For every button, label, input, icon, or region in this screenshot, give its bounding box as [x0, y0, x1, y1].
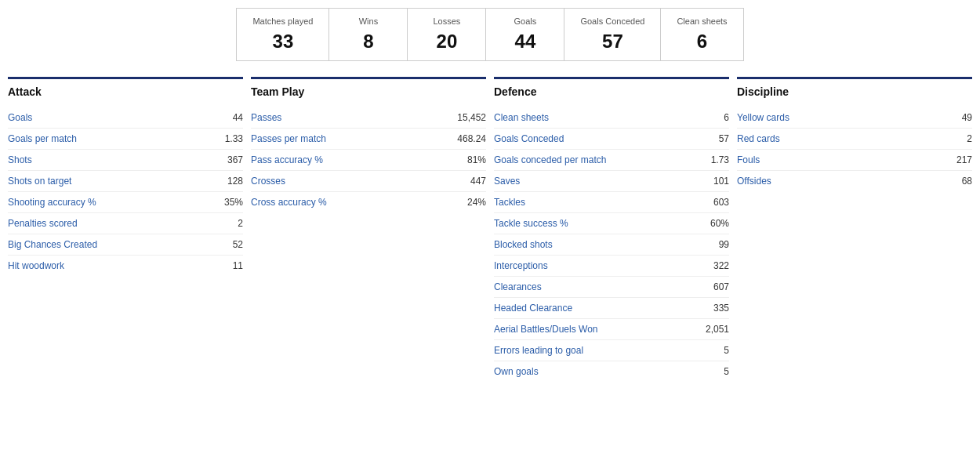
stat-label: Interceptions [494, 260, 548, 271]
stat-value: 335 [713, 303, 729, 314]
stat-label: Tackle success % [494, 218, 568, 229]
stat-row: Red cards2 [737, 129, 972, 150]
stat-row: Shots367 [8, 150, 243, 171]
stat-value: 52 [233, 239, 243, 250]
stat-value: 447 [470, 176, 486, 187]
stat-value: 6 [724, 112, 729, 123]
stat-label: Shots [8, 154, 32, 165]
summary-bar: Matches played 33 Wins 8 Losses 20 Goals… [236, 8, 743, 61]
stat-label: Red cards [737, 133, 780, 144]
stat-row: Goals per match1.33 [8, 129, 243, 150]
stat-label: Hit woodwork [8, 260, 64, 271]
stat-row: Passes15,452 [251, 107, 486, 129]
summary-label: Clean sheets [677, 16, 727, 26]
stat-label: Fouls [737, 154, 760, 165]
stats-section: Team PlayPasses15,452Passes per match468… [251, 77, 486, 382]
summary-item: Goals Conceded 57 [564, 9, 661, 60]
stat-value: 2,051 [706, 324, 729, 335]
stat-label: Blocked shots [494, 239, 553, 250]
summary-item: Goals 44 [486, 9, 564, 60]
stat-row: Goals Conceded57 [494, 129, 729, 150]
stat-value: 15,452 [457, 112, 486, 123]
stat-label: Saves [494, 176, 520, 187]
section-title: Attack [8, 85, 243, 98]
stats-section: DefenceClean sheets6Goals Conceded57Goal… [494, 77, 729, 382]
stat-label: Shooting accuracy % [8, 197, 96, 208]
stat-label: Goals per match [8, 133, 77, 144]
stat-row: Tackle success %60% [494, 213, 729, 234]
stat-row: Headed Clearance335 [494, 298, 729, 319]
stat-row: Clean sheets6 [494, 107, 729, 129]
stat-label: Cross accuracy % [251, 197, 327, 208]
summary-item: Losses 20 [408, 9, 486, 60]
stat-label: Goals [8, 112, 32, 123]
stat-label: Passes per match [251, 133, 326, 144]
summary-value: 57 [580, 31, 644, 53]
stat-value: 607 [713, 281, 729, 292]
stat-row: Blocked shots99 [494, 234, 729, 256]
stat-label: Yellow cards [737, 112, 789, 123]
stat-row: Goals44 [8, 107, 243, 129]
stat-label: Big Chances Created [8, 239, 97, 250]
stat-label: Tackles [494, 197, 525, 208]
stat-value: 11 [233, 260, 243, 271]
stat-value: 60% [710, 218, 729, 229]
stat-row: Clearances607 [494, 277, 729, 298]
summary-label: Goals Conceded [580, 16, 644, 26]
summary-value: 20 [423, 31, 470, 53]
stat-label: Penalties scored [8, 218, 78, 229]
stat-value: 2 [967, 133, 972, 144]
stat-label: Clearances [494, 281, 542, 292]
summary-label: Goals [502, 16, 548, 26]
stat-row: Shooting accuracy %35% [8, 192, 243, 213]
stat-value: 44 [233, 112, 243, 123]
section-title: Defence [494, 85, 729, 98]
stat-value: 5 [724, 345, 729, 356]
stat-label: Pass accuracy % [251, 154, 323, 165]
stat-value: 1.73 [711, 154, 729, 165]
stats-section: DisciplineYellow cards49Red cards2Fouls2… [737, 77, 972, 382]
stat-value: 24% [467, 197, 486, 208]
summary-value: 33 [252, 31, 313, 53]
stat-value: 2 [238, 218, 243, 229]
stat-label: Errors leading to goal [494, 345, 583, 356]
summary-value: 8 [345, 31, 391, 53]
stat-row: Goals conceded per match1.73 [494, 150, 729, 171]
stat-value: 468.24 [457, 133, 486, 144]
stat-value: 99 [719, 239, 729, 250]
stat-label: Aerial Battles/Duels Won [494, 324, 598, 335]
stat-label: Goals conceded per match [494, 154, 606, 165]
stat-row: Yellow cards49 [737, 107, 972, 129]
stat-row: Saves101 [494, 171, 729, 192]
stat-label: Crosses [251, 176, 285, 187]
summary-label: Matches played [252, 16, 313, 26]
stat-row: Errors leading to goal5 [494, 340, 729, 361]
stat-value: 1.33 [225, 133, 243, 144]
summary-label: Losses [423, 16, 470, 26]
stat-row: Pass accuracy %81% [251, 150, 486, 171]
stat-row: Penalties scored2 [8, 213, 243, 234]
stat-value: 5 [724, 366, 729, 377]
stat-value: 128 [227, 176, 243, 187]
stat-label: Clean sheets [494, 112, 549, 123]
stats-section: AttackGoals44Goals per match1.33Shots367… [8, 77, 243, 382]
section-title: Discipline [737, 85, 972, 98]
section-title: Team Play [251, 85, 486, 98]
summary-item: Wins 8 [329, 9, 408, 60]
stat-value: 101 [713, 176, 729, 187]
stat-row: Shots on target128 [8, 171, 243, 192]
stat-row: Hit woodwork11 [8, 256, 243, 276]
stat-row: Fouls217 [737, 150, 972, 171]
stat-label: Passes [251, 112, 281, 123]
stat-value: 35% [224, 197, 243, 208]
stat-label: Goals Conceded [494, 133, 564, 144]
stat-value: 217 [956, 154, 972, 165]
stat-row: Crosses447 [251, 171, 486, 192]
stat-label: Shots on target [8, 176, 71, 187]
stat-value: 603 [713, 197, 729, 208]
stats-grid: AttackGoals44Goals per match1.33Shots367… [8, 77, 972, 382]
stat-value: 367 [227, 154, 243, 165]
summary-label: Wins [345, 16, 391, 26]
stat-row: Interceptions322 [494, 256, 729, 277]
stat-value: 49 [962, 112, 972, 123]
